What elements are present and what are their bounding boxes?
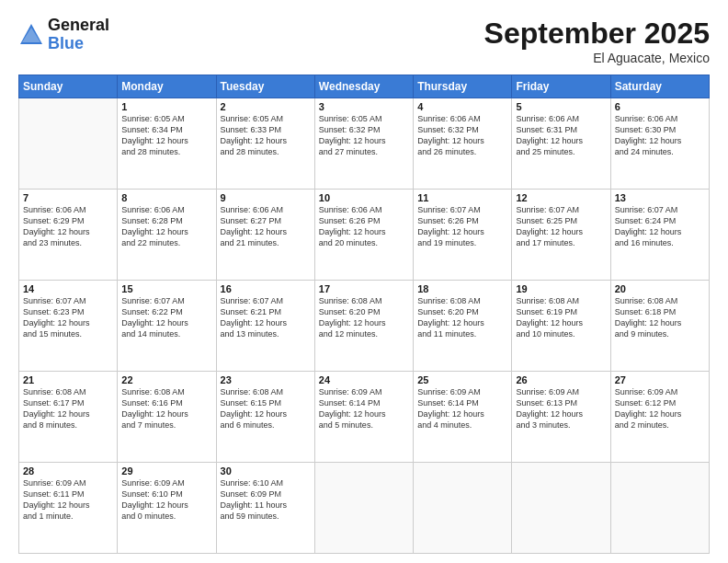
calendar-cell: 15Sunrise: 6:07 AM Sunset: 6:22 PM Dayli… — [118, 281, 216, 372]
header-sunday: Sunday — [19, 75, 118, 98]
cell-info: Sunrise: 6:09 AM Sunset: 6:13 PM Dayligh… — [516, 386, 606, 431]
day-number: 14 — [23, 283, 113, 294]
calendar-cell: 1Sunrise: 6:05 AM Sunset: 6:34 PM Daylig… — [118, 98, 216, 190]
day-number: 11 — [417, 192, 507, 203]
calendar-cell: 4Sunrise: 6:06 AM Sunset: 6:32 PM Daylig… — [414, 98, 512, 190]
day-number: 15 — [121, 283, 211, 294]
calendar-cell: 12Sunrise: 6:07 AM Sunset: 6:25 PM Dayli… — [512, 190, 610, 281]
cell-info: Sunrise: 6:08 AM Sunset: 6:18 PM Dayligh… — [615, 295, 705, 340]
day-number: 10 — [319, 192, 409, 203]
calendar-cell: 17Sunrise: 6:08 AM Sunset: 6:20 PM Dayli… — [314, 281, 413, 372]
calendar-cell: 11Sunrise: 6:07 AM Sunset: 6:26 PM Dayli… — [414, 190, 512, 281]
cell-info: Sunrise: 6:09 AM Sunset: 6:14 PM Dayligh… — [417, 386, 507, 431]
cell-info: Sunrise: 6:07 AM Sunset: 6:22 PM Dayligh… — [121, 295, 211, 340]
calendar-cell: 2Sunrise: 6:05 AM Sunset: 6:33 PM Daylig… — [216, 98, 314, 190]
calendar-row-2: 14Sunrise: 6:07 AM Sunset: 6:23 PM Dayli… — [19, 281, 710, 372]
day-number: 19 — [516, 283, 606, 294]
day-number: 9 — [221, 192, 311, 203]
logo-icon — [18, 22, 44, 48]
calendar-cell: 24Sunrise: 6:09 AM Sunset: 6:14 PM Dayli… — [314, 372, 413, 463]
cell-info: Sunrise: 6:06 AM Sunset: 6:27 PM Dayligh… — [221, 204, 311, 249]
calendar-header-row: SundayMondayTuesdayWednesdayThursdayFrid… — [19, 75, 710, 98]
calendar-table: SundayMondayTuesdayWednesdayThursdayFrid… — [18, 75, 710, 554]
day-number: 7 — [23, 192, 113, 203]
calendar-cell: 13Sunrise: 6:07 AM Sunset: 6:24 PM Dayli… — [610, 190, 709, 281]
calendar-cell — [414, 463, 512, 554]
cell-info: Sunrise: 6:06 AM Sunset: 6:31 PM Dayligh… — [516, 113, 606, 158]
cell-info: Sunrise: 6:05 AM Sunset: 6:32 PM Dayligh… — [319, 113, 409, 158]
calendar-cell: 29Sunrise: 6:09 AM Sunset: 6:10 PM Dayli… — [118, 463, 216, 554]
calendar-cell: 23Sunrise: 6:08 AM Sunset: 6:15 PM Dayli… — [216, 372, 314, 463]
header-tuesday: Tuesday — [216, 75, 314, 98]
day-number: 29 — [121, 465, 211, 477]
cell-info: Sunrise: 6:09 AM Sunset: 6:14 PM Dayligh… — [319, 386, 409, 431]
day-number: 2 — [221, 101, 311, 112]
calendar-cell — [314, 463, 413, 554]
cell-info: Sunrise: 6:08 AM Sunset: 6:17 PM Dayligh… — [23, 386, 113, 431]
calendar-cell: 7Sunrise: 6:06 AM Sunset: 6:29 PM Daylig… — [19, 190, 118, 281]
day-number: 6 — [615, 101, 705, 112]
calendar-cell: 25Sunrise: 6:09 AM Sunset: 6:14 PM Dayli… — [414, 372, 512, 463]
day-number: 12 — [516, 192, 606, 203]
day-number: 25 — [417, 374, 507, 385]
day-number: 22 — [121, 374, 211, 385]
title-block: September 2025 El Aguacate, Mexico — [484, 17, 710, 65]
cell-info: Sunrise: 6:09 AM Sunset: 6:12 PM Dayligh… — [615, 386, 705, 431]
calendar-cell: 14Sunrise: 6:07 AM Sunset: 6:23 PM Dayli… — [19, 281, 118, 372]
cell-info: Sunrise: 6:07 AM Sunset: 6:24 PM Dayligh… — [615, 204, 705, 249]
calendar-cell: 5Sunrise: 6:06 AM Sunset: 6:31 PM Daylig… — [512, 98, 610, 190]
day-number: 23 — [221, 374, 311, 385]
calendar-cell: 18Sunrise: 6:08 AM Sunset: 6:20 PM Dayli… — [414, 281, 512, 372]
day-number: 26 — [516, 374, 606, 385]
cell-info: Sunrise: 6:06 AM Sunset: 6:29 PM Dayligh… — [23, 204, 113, 249]
day-number: 5 — [516, 101, 606, 112]
cell-info: Sunrise: 6:08 AM Sunset: 6:16 PM Dayligh… — [121, 386, 211, 431]
calendar-cell: 26Sunrise: 6:09 AM Sunset: 6:13 PM Dayli… — [512, 372, 610, 463]
day-number: 28 — [23, 465, 113, 477]
cell-info: Sunrise: 6:07 AM Sunset: 6:21 PM Dayligh… — [221, 295, 311, 340]
calendar-cell: 22Sunrise: 6:08 AM Sunset: 6:16 PM Dayli… — [118, 372, 216, 463]
day-number: 21 — [23, 374, 113, 385]
day-number: 27 — [615, 374, 705, 385]
day-number: 20 — [615, 283, 705, 294]
day-number: 24 — [319, 374, 409, 385]
cell-info: Sunrise: 6:08 AM Sunset: 6:19 PM Dayligh… — [516, 295, 606, 340]
calendar-row-4: 28Sunrise: 6:09 AM Sunset: 6:11 PM Dayli… — [19, 463, 710, 554]
calendar-cell: 27Sunrise: 6:09 AM Sunset: 6:12 PM Dayli… — [610, 372, 709, 463]
calendar-cell — [512, 463, 610, 554]
calendar-row-3: 21Sunrise: 6:08 AM Sunset: 6:17 PM Dayli… — [19, 372, 710, 463]
calendar-cell — [610, 463, 709, 554]
day-number: 8 — [121, 192, 211, 203]
day-number: 17 — [319, 283, 409, 294]
calendar-cell: 28Sunrise: 6:09 AM Sunset: 6:11 PM Dayli… — [19, 463, 118, 554]
header-saturday: Saturday — [610, 75, 709, 98]
logo-text: General Blue — [48, 17, 109, 53]
calendar-cell: 8Sunrise: 6:06 AM Sunset: 6:28 PM Daylig… — [118, 190, 216, 281]
page: General Blue September 2025 El Aguacate,… — [0, 0, 728, 563]
calendar-cell — [19, 98, 118, 190]
calendar-cell: 20Sunrise: 6:08 AM Sunset: 6:18 PM Dayli… — [610, 281, 709, 372]
calendar-cell: 6Sunrise: 6:06 AM Sunset: 6:30 PM Daylig… — [610, 98, 709, 190]
calendar-cell: 19Sunrise: 6:08 AM Sunset: 6:19 PM Dayli… — [512, 281, 610, 372]
header-monday: Monday — [118, 75, 216, 98]
cell-info: Sunrise: 6:05 AM Sunset: 6:33 PM Dayligh… — [221, 113, 311, 158]
logo-general: General — [48, 17, 109, 35]
header-wednesday: Wednesday — [314, 75, 413, 98]
cell-info: Sunrise: 6:06 AM Sunset: 6:30 PM Dayligh… — [615, 113, 705, 158]
cell-info: Sunrise: 6:05 AM Sunset: 6:34 PM Dayligh… — [121, 113, 211, 158]
cell-info: Sunrise: 6:08 AM Sunset: 6:15 PM Dayligh… — [221, 386, 311, 431]
cell-info: Sunrise: 6:09 AM Sunset: 6:10 PM Dayligh… — [121, 477, 211, 523]
logo-blue: Blue — [48, 35, 109, 53]
calendar-row-1: 7Sunrise: 6:06 AM Sunset: 6:29 PM Daylig… — [19, 190, 710, 281]
calendar-cell: 16Sunrise: 6:07 AM Sunset: 6:21 PM Dayli… — [216, 281, 314, 372]
cell-info: Sunrise: 6:08 AM Sunset: 6:20 PM Dayligh… — [319, 295, 409, 340]
day-number: 16 — [221, 283, 311, 294]
cell-info: Sunrise: 6:06 AM Sunset: 6:28 PM Dayligh… — [121, 204, 211, 249]
cell-info: Sunrise: 6:07 AM Sunset: 6:26 PM Dayligh… — [417, 204, 507, 249]
cell-info: Sunrise: 6:06 AM Sunset: 6:26 PM Dayligh… — [319, 204, 409, 249]
cell-info: Sunrise: 6:07 AM Sunset: 6:23 PM Dayligh… — [23, 295, 113, 340]
cell-info: Sunrise: 6:09 AM Sunset: 6:11 PM Dayligh… — [23, 477, 113, 523]
calendar-cell: 3Sunrise: 6:05 AM Sunset: 6:32 PM Daylig… — [314, 98, 413, 190]
calendar-cell: 9Sunrise: 6:06 AM Sunset: 6:27 PM Daylig… — [216, 190, 314, 281]
svg-marker-1 — [22, 28, 40, 42]
